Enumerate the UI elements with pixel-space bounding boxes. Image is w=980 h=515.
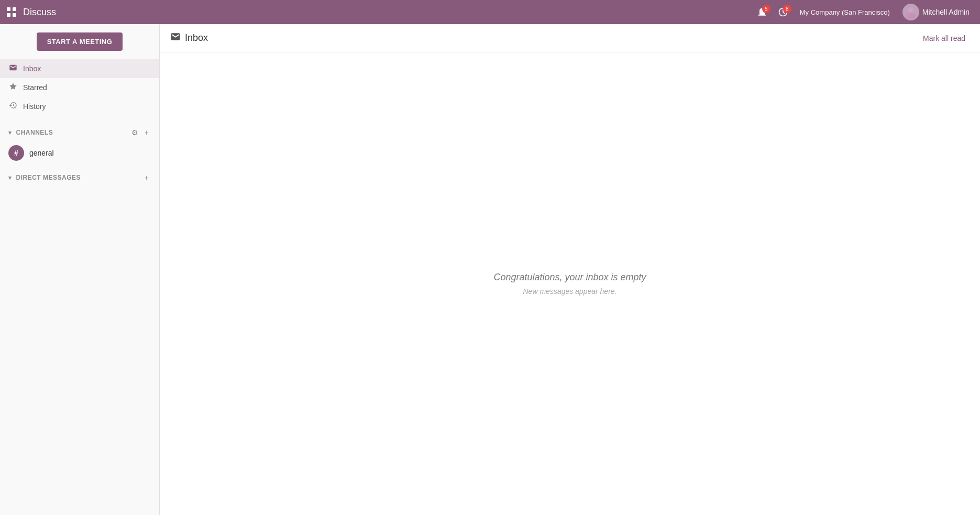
dm-add-button[interactable]: + (142, 172, 151, 183)
notifications-btn[interactable]: 5 (754, 5, 770, 19)
user-avatar (902, 4, 919, 20)
inbox-icon (8, 63, 18, 74)
sidebar-item-starred[interactable]: Starred (0, 78, 159, 97)
notifications-badge: 5 (762, 5, 770, 13)
content-header-inbox-icon (170, 31, 181, 45)
start-meeting-button[interactable]: START A MEETING (37, 32, 123, 51)
empty-state-title: Congratulations, your inbox is empty (493, 272, 646, 283)
inbox-label: Inbox (23, 64, 41, 73)
svg-point-5 (908, 7, 913, 13)
dm-chevron-icon: ▾ (8, 174, 12, 181)
svg-rect-1 (13, 7, 16, 11)
user-name: Mitchell Admin (922, 8, 970, 16)
clock-btn[interactable]: 8 (775, 5, 791, 19)
main-layout: START A MEETING Inbox Starred (0, 24, 980, 515)
channels-actions: ⚙ + (129, 127, 151, 138)
history-icon (8, 101, 18, 112)
channels-title: CHANNELS (16, 129, 127, 136)
history-label: History (23, 102, 46, 111)
content-header: Inbox Mark all read (160, 24, 980, 52)
sidebar-item-history[interactable]: History (0, 97, 159, 116)
sidebar-nav: Inbox Starred History (0, 59, 159, 116)
clock-badge: 8 (783, 5, 791, 13)
content-area: Inbox Mark all read Congratulations, you… (160, 24, 980, 515)
app-name: Discuss (23, 7, 750, 18)
channels-header: ▾ CHANNELS ⚙ + (0, 124, 159, 141)
channels-section: ▾ CHANNELS ⚙ + # general (0, 124, 159, 165)
dm-title: DIRECT MESSAGES (16, 174, 140, 181)
topbar-right: 5 8 My Company (San Francisco) Mitchell … (754, 2, 974, 23)
channel-avatar-general: # (8, 145, 24, 161)
starred-label: Starred (23, 83, 47, 92)
mark-all-read-button[interactable]: Mark all read (919, 32, 970, 45)
empty-state-subtitle: New messages appear here. (523, 287, 617, 295)
svg-rect-0 (7, 7, 10, 11)
svg-rect-3 (13, 13, 16, 17)
user-menu[interactable]: Mitchell Admin (898, 2, 974, 23)
starred-icon (8, 82, 18, 93)
svg-point-6 (906, 13, 916, 19)
channels-add-button[interactable]: + (142, 127, 151, 138)
channels-settings-button[interactable]: ⚙ (129, 127, 140, 138)
grid-icon[interactable] (6, 7, 17, 17)
svg-rect-2 (7, 13, 10, 17)
content-title: Inbox (185, 32, 919, 43)
direct-messages-section: ▾ DIRECT MESSAGES + (0, 169, 159, 186)
sidebar-item-inbox[interactable]: Inbox (0, 59, 159, 78)
topbar: Discuss 5 8 My Company (San Francisco) (0, 0, 980, 24)
channel-item-general[interactable]: # general (0, 141, 159, 165)
company-name[interactable]: My Company (San Francisco) (796, 8, 894, 16)
sidebar: START A MEETING Inbox Starred (0, 24, 160, 515)
channels-chevron-icon: ▾ (8, 129, 12, 136)
channel-name-general: general (29, 149, 54, 157)
content-body: Congratulations, your inbox is empty New… (160, 52, 980, 515)
